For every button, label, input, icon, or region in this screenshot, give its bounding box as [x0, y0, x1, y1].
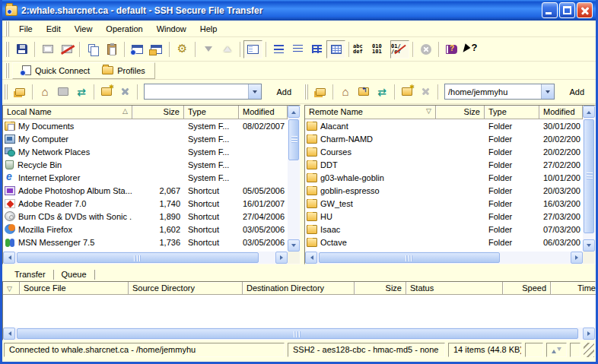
- scroll-up-button[interactable]: [583, 106, 595, 118]
- help-button[interactable]: [442, 40, 461, 59]
- paste-button[interactable]: [102, 40, 121, 59]
- table-row[interactable]: Alacant Folder 30/01/200: [305, 119, 583, 132]
- column-header-size[interactable]: Size: [355, 282, 406, 295]
- scrollbar-thumb[interactable]: [288, 119, 299, 160]
- new-terminal-window-button[interactable]: [147, 40, 166, 59]
- table-row[interactable]: Adobe Reader 7.0 1,740 Shortcut 16/01/20…: [3, 197, 288, 210]
- toolbar-drag-handle[interactable]: [4, 84, 8, 100]
- local-change-folder-button[interactable]: [11, 84, 29, 100]
- tab-queue[interactable]: Queue: [56, 269, 93, 280]
- download-button[interactable]: [199, 40, 218, 59]
- transfer-horizontal-scrollbar[interactable]: [3, 328, 595, 340]
- table-row[interactable]: HU Folder 27/03/200: [305, 210, 583, 223]
- menu-item-view[interactable]: View: [68, 22, 100, 36]
- remote-delete-button[interactable]: [416, 84, 434, 100]
- resize-grip[interactable]: [584, 343, 594, 357]
- table-row[interactable]: My Computer System F...: [3, 132, 288, 145]
- details-view-button[interactable]: [326, 40, 345, 59]
- auto-mode-button[interactable]: 01/ /ef: [390, 40, 409, 59]
- remote-path-input[interactable]: [445, 84, 541, 99]
- menu-item-window[interactable]: Window: [150, 22, 193, 36]
- scroll-right-button[interactable]: [583, 328, 595, 340]
- upload-button[interactable]: [218, 40, 237, 59]
- profiles-button[interactable]: Profiles: [97, 65, 150, 77]
- column-header-status[interactable]: Status: [406, 282, 503, 295]
- scroll-right-button[interactable]: [275, 252, 288, 264]
- local-delete-button[interactable]: [116, 84, 134, 100]
- remote-refresh-button[interactable]: ⇄: [373, 84, 391, 100]
- table-row[interactable]: Internet Explorer System F...: [3, 171, 288, 184]
- binary-mode-button[interactable]: 010 101: [371, 40, 390, 59]
- local-new-folder-button[interactable]: [97, 84, 116, 100]
- table-row[interactable]: Charm-NAMD Folder 20/02/200: [305, 132, 583, 145]
- table-row[interactable]: My Documents System F... 08/02/2007: [3, 119, 288, 132]
- scroll-right-button[interactable]: [571, 252, 583, 264]
- table-row[interactable]: Isaac Folder 07/03/200: [305, 223, 583, 236]
- toolbar-drag-handle[interactable]: [304, 84, 309, 100]
- local-path-input[interactable]: [145, 84, 248, 99]
- scroll-down-button[interactable]: [288, 239, 300, 252]
- toolbar-drag-handle[interactable]: [5, 63, 10, 78]
- abort-button[interactable]: [416, 40, 435, 59]
- local-refresh-button[interactable]: ⇄: [72, 84, 91, 100]
- local-vertical-scrollbar[interactable]: [288, 106, 300, 252]
- save-button[interactable]: [12, 40, 31, 59]
- column-header-source-file[interactable]: Source File: [20, 282, 129, 295]
- table-row[interactable]: Courses Folder 20/02/200: [305, 145, 583, 158]
- column-header-type[interactable]: Type: [485, 106, 539, 119]
- scroll-left-button[interactable]: [3, 328, 15, 340]
- local-path-dropdown-button[interactable]: [248, 84, 261, 99]
- menu-item-file[interactable]: File: [12, 22, 40, 36]
- local-horizontal-scrollbar[interactable]: [3, 252, 288, 264]
- table-row[interactable]: Octave Folder 06/03/200: [305, 236, 583, 248]
- remote-new-folder-button[interactable]: [398, 84, 416, 100]
- scrollbar-thumb[interactable]: [17, 328, 578, 339]
- column-header-destination-directory[interactable]: Destination Directory: [243, 282, 355, 295]
- table-row[interactable]: goblin-espresso Folder 20/03/200: [305, 184, 583, 197]
- scroll-left-button[interactable]: [3, 252, 15, 264]
- scrollbar-thumb[interactable]: [319, 252, 500, 263]
- scrollbar-thumb[interactable]: [584, 119, 594, 233]
- titlebar[interactable]: 2:whale.sharcnet.ca - default - SSH Secu…: [2, 0, 596, 21]
- scroll-down-button[interactable]: [583, 239, 595, 252]
- small-icons-view-button[interactable]: [269, 40, 288, 59]
- table-row[interactable]: Burn CDs & DVDs with Sonic ... 1,890 Sho…: [3, 210, 288, 223]
- table-row[interactable]: GW_test Folder 16/03/200: [305, 197, 583, 210]
- table-row[interactable]: My Network Places System F...: [3, 145, 288, 158]
- table-row[interactable]: MSN Messenger 7.5 1,736 Shortcut 03/05/2…: [3, 236, 288, 248]
- toolbar-drag-handle[interactable]: [5, 42, 10, 57]
- menu-item-operation[interactable]: Operation: [99, 22, 149, 36]
- column-header-source-directory[interactable]: Source Directory: [129, 282, 243, 295]
- remote-change-folder-button[interactable]: [311, 84, 329, 100]
- details-list-button[interactable]: [307, 40, 326, 59]
- toolbar-drag-handle[interactable]: [5, 21, 10, 36]
- remote-home-button[interactable]: ⌂: [336, 84, 355, 100]
- table-row[interactable]: DDT Folder 27/02/200: [305, 158, 583, 171]
- remote-add-button[interactable]: Add: [561, 84, 593, 100]
- table-row[interactable]: Mozilla Firefox 1,602 Shortcut 03/05/200…: [3, 223, 288, 236]
- column-header-type[interactable]: Type: [184, 106, 239, 119]
- table-row[interactable]: g03-whale-goblin Folder 10/01/200: [305, 171, 583, 184]
- column-header-local-name[interactable]: Local Name △: [3, 106, 132, 119]
- column-header-size[interactable]: Size: [132, 106, 184, 119]
- column-header-sort[interactable]: ▽: [3, 282, 20, 295]
- column-header-modified[interactable]: Modified: [539, 106, 583, 119]
- toggle-layout-button[interactable]: [243, 40, 262, 59]
- scroll-left-button[interactable]: [305, 252, 317, 264]
- local-add-button[interactable]: Add: [268, 84, 300, 100]
- remote-up-folder-button[interactable]: [355, 84, 373, 100]
- copy-button[interactable]: [83, 40, 102, 59]
- column-header-speed[interactable]: Speed: [503, 282, 551, 295]
- scroll-up-button[interactable]: [288, 106, 300, 118]
- remote-vertical-scrollbar[interactable]: [583, 106, 595, 252]
- column-header-modified[interactable]: Modified: [239, 106, 288, 119]
- table-row[interactable]: Recycle Bin System F...: [3, 158, 288, 171]
- remote-path-dropdown-button[interactable]: [541, 84, 554, 99]
- close-button[interactable]: [577, 2, 593, 18]
- context-help-button[interactable]: ?: [461, 40, 480, 59]
- list-view-button[interactable]: [288, 40, 307, 59]
- column-header-size[interactable]: Size: [436, 106, 485, 119]
- table-row[interactable]: Adobe Photoshop Album Sta... 2,067 Short…: [3, 184, 288, 197]
- local-up-folder-button[interactable]: [54, 84, 72, 100]
- menu-item-edit[interactable]: Edit: [40, 22, 68, 36]
